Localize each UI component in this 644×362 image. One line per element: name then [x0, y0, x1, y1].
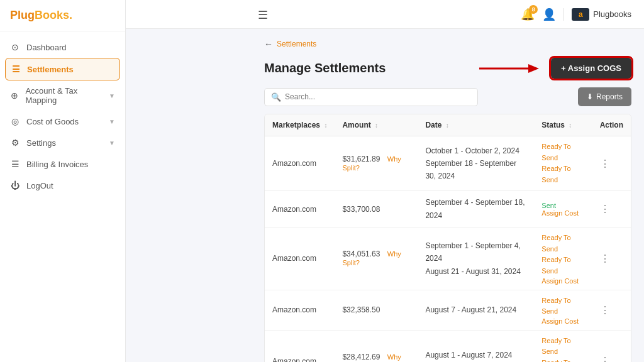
- sort-icon: ↕: [446, 122, 449, 129]
- search-input[interactable]: [285, 92, 471, 101]
- reports-button[interactable]: ⬇ Reports: [578, 87, 631, 106]
- action-menu-icon[interactable]: ⋮: [600, 204, 611, 214]
- sidebar-item-billing[interactable]: ☰ Billing & Invoices: [0, 153, 125, 175]
- table-row: Amazon.com $32,358.50 August 7 - August …: [265, 290, 631, 330]
- topbar: ☰ 🔔 8 👤 a Plugbooks: [126, 0, 644, 29]
- page-header: Manage Settlements + Assign COGS: [264, 58, 631, 79]
- date-cell: August 7 - August 21, 2024: [418, 290, 534, 330]
- brand-name: Plugbooks: [593, 9, 631, 19]
- sidebar-item-label: Settings: [26, 138, 56, 148]
- arrow-indicator: [479, 60, 542, 77]
- main-content: ← Settlements Manage Settlements + Assig…: [252, 29, 644, 362]
- page-title: Manage Settlements: [264, 61, 386, 75]
- billing-icon: ☰: [10, 159, 20, 169]
- sidebar-item-settlements[interactable]: ☰ Settlements: [5, 58, 120, 80]
- amazon-icon: a: [572, 8, 589, 21]
- notification-bell[interactable]: 🔔 8: [521, 8, 535, 21]
- action-cell[interactable]: ⋮: [592, 136, 631, 191]
- sidebar-item-account-tax[interactable]: ⊕ Account & Tax Mapping ▼: [0, 80, 125, 111]
- download-icon: ⬇: [587, 92, 593, 101]
- search-icon: 🔍: [271, 92, 281, 102]
- svg-marker-1: [528, 64, 539, 73]
- sort-icon: ↕: [324, 122, 327, 129]
- sidebar-item-label: Billing & Invoices: [26, 160, 88, 169]
- sidebar-item-label: Cost of Goods: [26, 117, 79, 126]
- status-cell: SentAssign Cost: [534, 191, 592, 228]
- col-marketplace: Marketplaces ↕: [265, 114, 335, 136]
- marketplace-cell: Amazon.com: [265, 136, 335, 191]
- status-cell: Ready To SendReady To Send: [534, 136, 592, 191]
- sidebar-item-label: Account & Tax Mapping: [25, 86, 103, 105]
- status-cell: Ready To SendAssign Cost: [534, 290, 592, 330]
- amount-cell: $32,358.50: [335, 290, 418, 330]
- action-menu-icon[interactable]: ⋮: [600, 356, 611, 362]
- sidebar-item-label: Dashboard: [26, 43, 67, 52]
- date-cell: October 1 - October 2, 2024September 18 …: [418, 136, 534, 191]
- search-box[interactable]: 🔍: [264, 88, 478, 106]
- sidebar-item-cost-of-goods[interactable]: ◎ Cost of Goods ▼: [0, 111, 125, 132]
- sidebar-item-settings[interactable]: ⚙ Settings ▼: [0, 132, 125, 153]
- amount-cell: $33,700.08: [335, 191, 418, 228]
- hamburger-icon[interactable]: ☰: [258, 8, 268, 22]
- status-cell: Ready To SendReady To SendAssign Cost: [534, 330, 592, 362]
- action-menu-icon[interactable]: ⋮: [600, 158, 611, 169]
- action-cell[interactable]: ⋮: [592, 330, 631, 362]
- date-cell: September 1 - September 4, 2024August 21…: [418, 228, 534, 290]
- col-action: Action: [592, 114, 631, 136]
- sidebar-item-dashboard[interactable]: ⊙ Dashboard: [0, 36, 125, 58]
- marketplace-cell: Amazon.com: [265, 330, 335, 362]
- logout-icon: ⏻: [10, 180, 20, 190]
- topbar-brand: a Plugbooks: [572, 8, 631, 21]
- amount-cell: $31,621.89 Why Split?: [335, 136, 418, 191]
- sidebar-item-logout[interactable]: ⏻ LogOut: [0, 175, 125, 196]
- dashboard-icon: ⊙: [10, 42, 20, 52]
- chevron-down-icon: ▼: [109, 92, 115, 99]
- cost-of-goods-icon: ◎: [10, 116, 20, 126]
- table-row: Amazon.com $34,051.63 Why Split? Septemb…: [265, 228, 631, 290]
- breadcrumb[interactable]: ← Settlements: [264, 39, 631, 49]
- date-cell: August 1 - August 7, 2024July 24 - July …: [418, 330, 534, 362]
- col-status: Status ↕: [534, 114, 592, 136]
- amount-cell: $34,051.63 Why Split?: [335, 228, 418, 290]
- action-menu-icon[interactable]: ⋮: [600, 305, 611, 315]
- sort-icon: ↕: [375, 122, 378, 129]
- why-split-link[interactable]: Why Split?: [342, 250, 401, 266]
- why-split-link[interactable]: Why Split?: [342, 155, 401, 172]
- toolbar: 🔍 ⬇ Reports: [264, 87, 631, 106]
- breadcrumb-text: Settlements: [277, 40, 316, 48]
- action-menu-icon[interactable]: ⋮: [600, 253, 611, 264]
- notification-badge: 8: [529, 5, 538, 14]
- col-amount: Amount ↕: [335, 114, 418, 136]
- chevron-down-icon: ▼: [109, 140, 115, 146]
- sidebar: PlugBooks. ⊙ Dashboard ☰ Settlements ⊕ A…: [0, 0, 126, 362]
- amount-cell: $28,412.69 Why Split?: [335, 330, 418, 362]
- status-cell: Ready To SendReady To SendAssign Cost: [534, 228, 592, 290]
- date-cell: September 4 - September 18, 2024: [418, 191, 534, 228]
- marketplace-cell: Amazon.com: [265, 191, 335, 228]
- sidebar-item-label: Settlements: [27, 65, 74, 74]
- table-row: Amazon.com $33,700.08 September 4 - Sept…: [265, 191, 631, 228]
- table-header-row: Marketplaces ↕ Amount ↕ Date ↕ Status ↕: [265, 114, 631, 136]
- col-date: Date ↕: [418, 114, 534, 136]
- logo: PlugBooks.: [0, 0, 125, 31]
- settings-icon: ⚙: [10, 138, 20, 148]
- assign-cogs-button[interactable]: + Assign COGS: [551, 58, 631, 79]
- marketplace-cell: Amazon.com: [265, 228, 335, 290]
- table-row: Amazon.com $28,412.69 Why Split? August …: [265, 330, 631, 362]
- chevron-down-icon: ▼: [109, 118, 115, 125]
- topbar-divider: [564, 8, 564, 21]
- settlements-table: Marketplaces ↕ Amount ↕ Date ↕ Status ↕: [264, 114, 631, 362]
- action-cell[interactable]: ⋮: [592, 290, 631, 330]
- sort-icon: ↕: [569, 122, 572, 129]
- settlements-icon: ☰: [11, 64, 21, 74]
- table-row: Amazon.com $31,621.89 Why Split? October…: [265, 136, 631, 191]
- sidebar-nav: ⊙ Dashboard ☰ Settlements ⊕ Account & Ta…: [0, 31, 125, 362]
- action-cell[interactable]: ⋮: [592, 191, 631, 228]
- sidebar-item-label: LogOut: [26, 181, 53, 190]
- marketplace-cell: Amazon.com: [265, 290, 335, 330]
- back-arrow-icon: ←: [264, 39, 273, 49]
- why-split-link[interactable]: Why Split?: [342, 353, 401, 362]
- user-icon[interactable]: 👤: [542, 8, 556, 21]
- action-cell[interactable]: ⋮: [592, 228, 631, 290]
- account-tax-icon: ⊕: [10, 90, 19, 101]
